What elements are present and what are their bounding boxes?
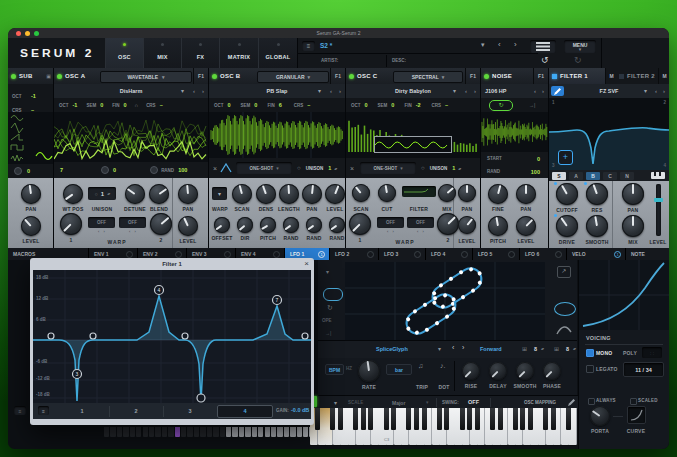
key-bottom[interactable] [290, 427, 295, 437]
black-key[interactable] [513, 408, 518, 430]
glyph-next-icon[interactable]: › [462, 344, 464, 351]
osc-a-unison-stepper[interactable]: ○ 1 ▴▾ [88, 187, 116, 200]
black-key[interactable] [406, 408, 411, 430]
preset-next-icon[interactable]: › [542, 87, 544, 95]
osc-a-wavetable-display[interactable] [54, 112, 208, 163]
scale-dropdown-icon[interactable]: ▾ [426, 399, 429, 405]
undo-button[interactable]: ↺ [541, 55, 549, 65]
black-key[interactable] [315, 408, 320, 430]
key-bottom[interactable] [252, 427, 257, 437]
osc-a-preset-name[interactable]: DisHarm [54, 88, 208, 94]
scale-value[interactable]: Major [392, 400, 405, 406]
modtab-lfo-4[interactable]: LFO 4 [426, 248, 473, 260]
osc-a-warp1-mode[interactable]: OFF [88, 217, 115, 228]
modtab-lfo-6[interactable]: LFO 6 [520, 248, 567, 260]
phase-knob-icon[interactable] [101, 166, 109, 174]
lfo-rise-knob[interactable] [462, 362, 480, 380]
osc-a-mode-dropdown[interactable]: WAVETABLE ▾ [100, 71, 192, 83]
key-bottom[interactable] [265, 427, 270, 437]
osc-c-pan-knob[interactable] [458, 184, 476, 202]
black-key[interactable] [330, 408, 335, 430]
filter-eq-graph[interactable]: 3 4 7 18 dB 12 dB 6 dB -6 dB -12 dB -18 … [33, 270, 311, 403]
osc-b-offset-knob[interactable] [214, 217, 230, 233]
tab-fx[interactable]: FX [181, 38, 220, 68]
active-note-key[interactable] [175, 427, 180, 437]
filter-pan-knob[interactable] [622, 183, 644, 205]
black-key[interactable] [384, 408, 389, 430]
osc-a-fin-value[interactable]: 0 [123, 102, 126, 108]
noise-rand-value[interactable]: 100 [531, 169, 540, 175]
key-bottom[interactable] [143, 427, 148, 437]
key-bottom[interactable] [226, 427, 231, 437]
black-key[interactable] [566, 408, 571, 430]
band-1-button[interactable]: 1 [55, 406, 110, 417]
sub-phase-row[interactable]: 0 [8, 164, 53, 179]
preset-dropdown-icon[interactable]: ▾ [318, 87, 321, 95]
osc-c-sem-value[interactable]: 0 [391, 102, 394, 108]
modtab-lfo-3[interactable]: LFO 3 [379, 248, 426, 260]
close-icon[interactable]: × [304, 259, 309, 268]
key-bottom[interactable] [220, 427, 225, 437]
osc-c-crs-value[interactable]: – [445, 102, 448, 108]
osc-a-voices-value[interactable]: 7 [60, 167, 63, 173]
stepper-icon[interactable]: ▴▾ [334, 166, 336, 171]
velocity-curve-display[interactable] [578, 260, 669, 330]
black-key[interactable] [444, 408, 449, 430]
noise-fine-knob[interactable] [488, 184, 508, 204]
osc-b-unison-value[interactable]: 1 [328, 165, 331, 171]
preset-icon[interactable]: ≡ [302, 41, 315, 51]
key-bottom[interactable] [117, 427, 122, 437]
routing-b-button[interactable]: B [586, 172, 600, 180]
lfo-direction[interactable]: Forward [480, 346, 502, 352]
osc-b-fin-value[interactable]: 6 [279, 102, 282, 108]
osc-a-level-knob[interactable] [178, 216, 198, 236]
osc-mapping-button[interactable]: OSC MAPPING [524, 400, 556, 405]
tab-global[interactable]: GLOBAL [258, 38, 298, 68]
osc-c-scan-knob[interactable] [352, 184, 370, 202]
sub-pan-knob[interactable] [21, 184, 41, 204]
black-key[interactable] [338, 408, 343, 430]
black-key[interactable] [437, 408, 442, 430]
porta-curve-display[interactable] [627, 406, 646, 424]
osc-a-warp2-mode[interactable]: OFF [119, 217, 146, 228]
preset-next-icon[interactable]: › [339, 87, 341, 95]
key-bottom[interactable] [104, 427, 109, 437]
black-key[interactable] [391, 408, 396, 430]
band-4-button[interactable]: 4 [217, 405, 273, 418]
lfo-delay-knob[interactable] [489, 362, 507, 380]
key-bottom[interactable] [155, 427, 160, 437]
kb-dropdown-icon[interactable]: ▾ [334, 399, 337, 406]
lfo-phase-knob[interactable] [543, 362, 561, 380]
filter-2-tab[interactable]: FILTER 2 [616, 68, 658, 85]
key-bottom[interactable] [271, 427, 276, 437]
osc-c-enable-led[interactable] [349, 74, 354, 79]
osc-a-detune-knob[interactable] [125, 184, 145, 204]
osc-b-rand1-knob[interactable] [283, 217, 299, 233]
key-bottom[interactable] [258, 427, 263, 437]
osc-b-pitch-knob[interactable] [260, 217, 276, 233]
osc-c-fin-value[interactable]: -2 [416, 102, 421, 108]
kb-settings-icon[interactable]: ≡ [14, 406, 26, 415]
key-bottom[interactable] [245, 427, 250, 437]
osc-a-blend-knob[interactable] [149, 184, 169, 204]
spectral-window-box[interactable] [374, 136, 452, 153]
lfo-expand-button[interactable]: ↗ [557, 266, 571, 278]
preset-prev-icon[interactable]: ‹ [330, 87, 332, 95]
osc-b-crs-value[interactable]: – [307, 102, 310, 108]
preset-prev-icon[interactable]: ‹ [498, 40, 501, 49]
noise-level-knob[interactable] [516, 216, 536, 236]
sub-header[interactable]: SUB ▣ [8, 68, 53, 85]
osc-a-wtpos-knob[interactable] [63, 184, 83, 204]
artist-field[interactable]: ARTIST: [321, 58, 338, 63]
filter-2-mute-button[interactable]: M [658, 68, 669, 84]
key-bottom[interactable] [136, 427, 141, 437]
clear-icon[interactable]: × [213, 165, 217, 172]
osc-c-level-knob[interactable] [458, 216, 476, 234]
sub-oct-row[interactable]: OCT -1 [8, 84, 53, 99]
modtab-velo[interactable]: VELO1 [567, 248, 626, 260]
grid-y-value[interactable]: 8 [566, 346, 569, 352]
osc-b-scan-knob[interactable] [232, 184, 252, 204]
warp2-prev-next[interactable]: ‹ › [119, 229, 146, 234]
filter-2-enable-led[interactable] [619, 74, 624, 79]
type-next-icon[interactable]: › [663, 87, 665, 95]
